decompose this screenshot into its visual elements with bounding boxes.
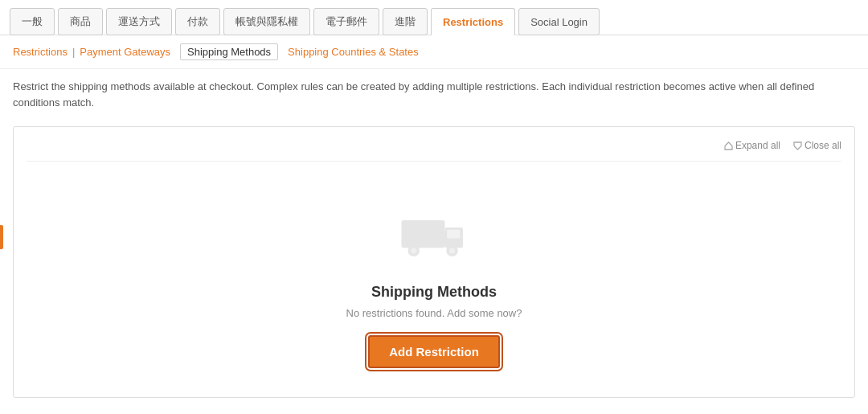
tab-general[interactable]: 一般 bbox=[10, 8, 55, 35]
tab-products[interactable]: 商品 bbox=[58, 8, 103, 35]
empty-title: Shipping Methods bbox=[371, 284, 497, 301]
expand-all-icon bbox=[724, 141, 733, 150]
expand-all-link[interactable]: Expand all bbox=[724, 140, 780, 151]
sub-tab-shipping-countries[interactable]: Shipping Countries & States bbox=[288, 46, 419, 58]
expand-bar: Expand all Close all bbox=[27, 140, 841, 162]
content-box: Expand all Close all Shipping Metho bbox=[13, 126, 855, 398]
separator-1: | bbox=[72, 46, 75, 58]
tab-restrictions[interactable]: Restrictions bbox=[431, 8, 515, 35]
tab-account[interactable]: 帳號與隱私權 bbox=[223, 8, 310, 35]
empty-subtitle: No restrictions found. Add some now? bbox=[346, 307, 522, 319]
svg-rect-2 bbox=[447, 230, 460, 239]
tab-advanced[interactable]: 進階 bbox=[383, 8, 428, 35]
svg-point-5 bbox=[411, 248, 416, 253]
page-description: Restrict the shipping methods available … bbox=[0, 69, 868, 120]
close-all-link[interactable]: Close all bbox=[793, 140, 841, 151]
svg-rect-0 bbox=[402, 220, 445, 248]
sub-tab-shipping-methods[interactable]: Shipping Methods bbox=[180, 43, 278, 60]
add-restriction-button[interactable]: Add Restriction bbox=[368, 335, 500, 368]
tab-social-login[interactable]: Social Login bbox=[518, 8, 600, 35]
sub-tab-bar: Restrictions | Payment Gateways Shipping… bbox=[0, 35, 868, 69]
close-all-icon bbox=[793, 141, 802, 150]
top-tab-bar: 一般 商品 運送方式 付款 帳號與隱私權 電子郵件 進階 Restriction… bbox=[0, 0, 868, 35]
svg-rect-3 bbox=[443, 232, 447, 244]
sub-tab-payment-gateways[interactable]: Payment Gateways bbox=[80, 46, 170, 58]
tab-payment[interactable]: 付款 bbox=[175, 8, 220, 35]
tab-shipping[interactable]: 運送方式 bbox=[106, 8, 172, 35]
sub-tab-restrictions[interactable]: Restrictions bbox=[13, 46, 68, 58]
tab-email[interactable]: 電子郵件 bbox=[313, 8, 379, 35]
truck-icon bbox=[398, 199, 470, 271]
empty-state: Shipping Methods No restrictions found. … bbox=[27, 174, 841, 384]
left-accent bbox=[0, 225, 3, 249]
svg-point-7 bbox=[449, 248, 455, 253]
